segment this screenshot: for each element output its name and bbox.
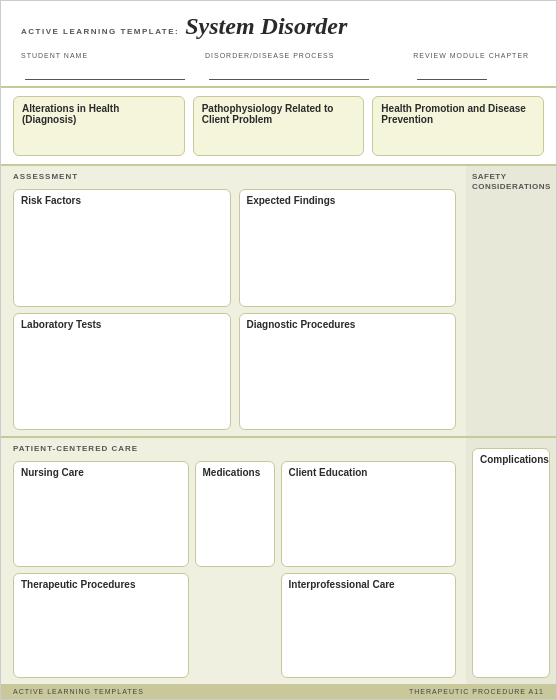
alterations-label: Alterations in Health (Diagnosis) [22,103,119,125]
pcc-label: Patient-Centered Care [13,444,456,453]
expected-findings-label: Expected Findings [247,195,336,206]
pcc-section: Patient-Centered Care Nursing Care Medic… [1,438,556,684]
top-section: Alterations in Health (Diagnosis) Pathop… [1,88,556,164]
lab-tests-box: Laboratory Tests [13,313,231,431]
header-prefix: Active Learning Template: [21,27,179,36]
header-title: System Disorder [185,13,347,40]
risk-factors-label: Risk Factors [21,195,81,206]
diagnostic-procedures-box: Diagnostic Procedures [239,313,457,431]
pathophysiology-box: Pathophysiology Related to Client Proble… [193,96,365,156]
page: Active Learning Template: System Disorde… [0,0,557,700]
complications-column: Complications [466,438,556,684]
footer-right: Therapeutic Procedure A11 [409,688,544,695]
expected-findings-box: Expected Findings [239,189,457,307]
assessment-main: Assessment Risk Factors Expected Finding… [1,166,466,436]
health-promotion-box: Health Promotion and Disease Prevention [372,96,544,156]
disorder-field: Disorder/Disease Process [205,44,393,80]
client-education-label: Client Education [289,467,368,478]
nursing-care-box: Nursing Care [13,461,189,566]
therapeutic-procedures-box: Therapeutic Procedures [13,573,189,678]
medications-box: Medications [195,461,275,566]
complications-box: Complications [472,448,550,678]
review-label: Review Module Chapter [413,52,529,59]
footer-left: Active Learning Templates [13,688,144,695]
assessment-row-1: Risk Factors Expected Findings [13,189,456,307]
disorder-line[interactable] [209,79,369,80]
review-field: Review Module Chapter [413,44,536,80]
pcc-row-1: Nursing Care Medications Client Educatio… [13,461,456,566]
assessment-label: Assessment [13,172,456,181]
pcc-spacer [195,573,275,678]
pathophysiology-label: Pathophysiology Related to Client Proble… [202,103,334,125]
nursing-care-label: Nursing Care [21,467,84,478]
pcc-row-2: Therapeutic Procedures Interprofessional… [13,573,456,678]
student-label: Student Name [21,52,88,59]
assessment-section: Assessment Risk Factors Expected Finding… [1,166,556,436]
safety-column: Safety Considerations [466,166,556,436]
assessment-row-2: Laboratory Tests Diagnostic Procedures [13,313,456,431]
interprofessional-care-box: Interprofessional Care [281,573,457,678]
therapeutic-procedures-label: Therapeutic Procedures [21,579,135,590]
review-line[interactable] [417,79,487,80]
student-name-line[interactable] [25,79,185,80]
client-education-box: Client Education [281,461,457,566]
diagnostic-procedures-label: Diagnostic Procedures [247,319,356,330]
student-name-field: Student Name [21,44,185,80]
alterations-box: Alterations in Health (Diagnosis) [13,96,185,156]
lab-tests-label: Laboratory Tests [21,319,101,330]
safety-label: Safety Considerations [472,172,550,191]
footer: Active Learning Templates Therapeutic Pr… [1,684,556,699]
medications-label: Medications [203,467,261,478]
pcc-main: Patient-Centered Care Nursing Care Medic… [1,438,466,684]
disorder-label: Disorder/Disease Process [205,52,334,59]
risk-factors-box: Risk Factors [13,189,231,307]
health-promotion-label: Health Promotion and Disease Prevention [381,103,525,125]
header: Active Learning Template: System Disorde… [1,1,556,88]
interprofessional-care-label: Interprofessional Care [289,579,395,590]
complications-label: Complications [480,454,549,465]
